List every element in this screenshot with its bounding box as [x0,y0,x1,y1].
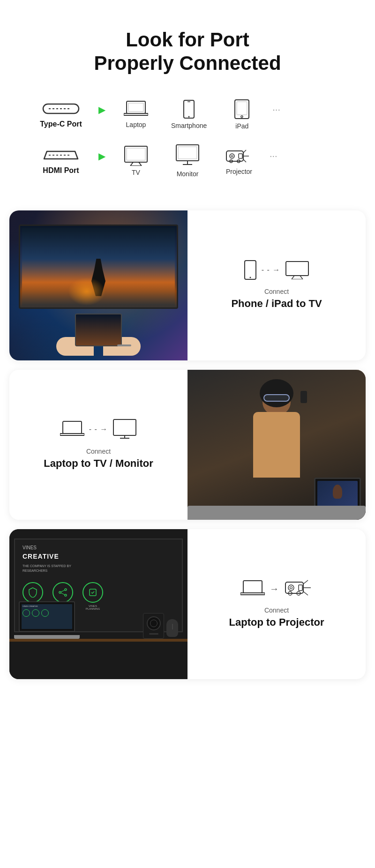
svg-line-55 [61,590,65,592]
typec-port-block: Type-C Port [28,100,94,128]
typec-arrow: ▶ [98,104,105,115]
svg-rect-47 [63,421,82,434]
svg-rect-23 [125,146,147,162]
svg-rect-48 [60,434,84,435]
hdmi-arrow: ▶ [98,150,105,162]
svg-point-62 [290,587,292,589]
lady-scene-image [188,370,366,520]
device-smartphone: Smartphone [171,99,207,129]
svg-line-56 [61,593,65,595]
typec-port-icon [42,100,80,117]
svg-point-15 [241,116,243,118]
tv-diagram-icon [285,261,309,279]
svg-rect-49 [113,419,136,435]
device-laptop: Laptop [120,100,152,128]
hdmi-row: HDMI Port ▶ TV Monitor [28,144,347,178]
typec-more-dots: ··· [272,104,280,115]
svg-point-53 [59,591,61,593]
ipad-label: iPad [235,122,248,130]
svg-rect-41 [245,261,256,279]
card-laptop-tv: - - → Connect Laptop to TV / Monitor [9,370,366,520]
svg-rect-32 [226,151,243,161]
projector-diagram-icon [285,578,313,599]
tv-icon [124,145,148,166]
svg-rect-28 [176,145,199,161]
arrow-dots-2: - - → [89,425,108,434]
smartphone-icon [183,99,195,119]
device-projector: Projector [223,146,255,175]
laptop-icon [124,100,148,118]
monitor-diagram-icon [112,419,137,440]
laptop-tv-connect-label: Connect [86,448,111,455]
laptop-projector-connect-label: Connect [264,606,289,614]
card-laptop-projector: VINES CREATIVE THE COMPANY IS STAFFED BY… [9,529,366,679]
gaming-scene-image [9,210,188,360]
svg-line-44 [292,276,294,279]
hdmi-label: HDMI Port [43,166,79,175]
card-phone-tv-image [9,210,188,360]
svg-point-61 [288,585,294,591]
use-cases-container: - - → Connect Phone / iPad to TV [0,210,375,688]
projector-bold: Projector [279,616,324,628]
arrow-solid-3: → [270,584,280,594]
laptop-tv-desc: Laptop to TV / Monitor [44,457,153,471]
laptop-projector-diagram: → [240,578,313,599]
hdmi-port-block: HDMI Port [28,147,94,175]
device-ipad: iPad [225,99,258,130]
device-monitor: Monitor [171,144,204,178]
phone-tv-connect-label: Connect [264,288,289,295]
phone-tv-desc: Phone / iPad to TV [231,297,322,311]
svg-line-45 [300,276,303,279]
typec-row: Type-C Port ▶ Laptop Smartphone [28,99,347,130]
phone-diagram-icon [244,260,257,280]
card-laptop-projector-info: → Connect Laptop to Projector [188,529,366,679]
laptop-diagram-icon2 [240,580,265,598]
svg-line-66 [303,580,308,584]
svg-line-38 [243,159,246,162]
card-phone-tv: - - → Connect Phone / iPad to TV [9,210,366,360]
svg-rect-8 [128,103,143,112]
svg-line-36 [243,150,246,153]
card-phone-tv-info: - - → Connect Phone / iPad to TV [188,210,366,360]
laptop-diagram-icon [60,420,84,438]
to-text-2: to [81,457,94,469]
tv-label: TV [132,169,140,176]
card-laptop-projector-image: VINES CREATIVE THE COMPANY IS STAFFED BY… [9,529,188,679]
arrow-dots: - - → [262,266,281,274]
svg-rect-59 [240,593,265,595]
tv-monitor-bold: TV / Monitor [94,457,153,469]
phone-tv-diagram: - - → [244,260,310,280]
svg-point-33 [230,154,234,158]
card-laptop-tv-info: - - → Connect Laptop to TV / Monitor [9,370,188,520]
svg-rect-63 [299,585,302,591]
svg-line-26 [139,162,142,166]
phone-ipad-bold: Phone / iPad [231,298,293,309]
port-section: Type-C Port ▶ Laptop Smartphone [0,90,375,210]
projector-scene-image: VINES CREATIVE THE COMPANY IS STAFFED BY… [9,529,188,679]
laptop-tv-diagram: - - → [60,419,137,440]
svg-rect-16 [237,102,247,115]
smartphone-label: Smartphone [171,122,207,129]
hdmi-more-dots: ··· [270,150,278,161]
laptop-bold2: Laptop [229,616,263,628]
device-tv: TV [120,145,152,176]
card-laptop-tv-image [188,370,366,520]
projector-label: Projector [226,168,252,175]
svg-point-13 [188,116,190,117]
svg-rect-58 [243,581,262,593]
svg-rect-35 [239,154,242,158]
svg-point-54 [65,594,67,596]
svg-rect-24 [127,148,145,160]
typec-label: Type-C Port [40,120,82,128]
to-text-3: to [266,616,279,628]
hdmi-port-icon [42,147,80,164]
projector-icon [225,146,253,165]
tv-bold: TV [308,298,322,309]
ipad-icon [234,99,250,120]
svg-rect-29 [178,147,197,159]
laptop-projector-desc: Laptop to Projector [229,616,324,629]
svg-line-68 [303,591,308,595]
svg-rect-11 [184,100,194,118]
page-title: Look for Port Properly Connected [19,28,356,75]
svg-rect-43 [286,262,308,276]
